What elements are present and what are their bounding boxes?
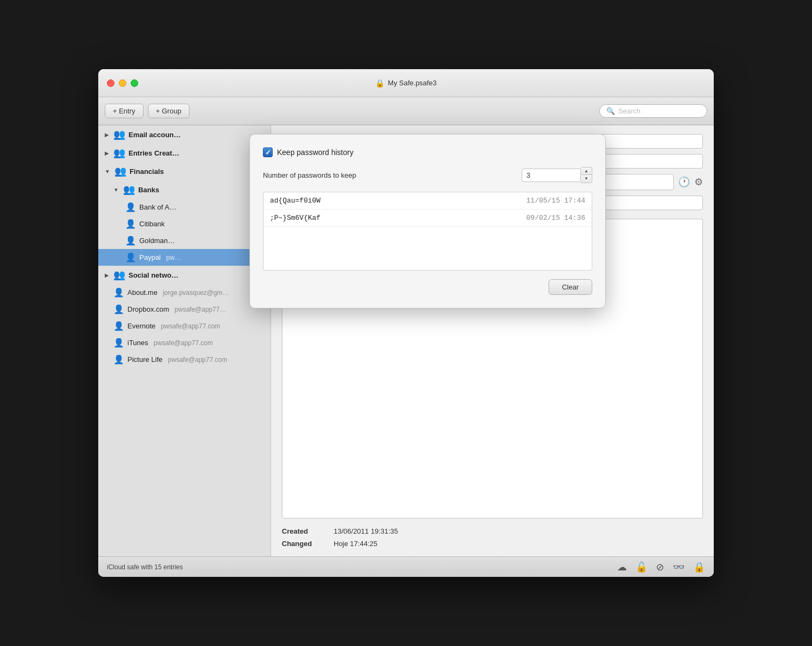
dialog-title: Keep password history [277,148,354,157]
history-row[interactable]: ad{Qau=f0i0W 11/05/15 17:44 [263,192,592,210]
clear-button[interactable]: Clear [549,279,592,295]
keep-history-checkbox-wrapper[interactable]: ✓ Keep password history [263,147,354,157]
stepper-up[interactable]: ▲ [581,167,592,175]
history-empty-space [263,227,592,270]
history-password-1: ad{Qau=f0i0W [270,197,321,205]
history-table: ad{Qau=f0i0W 11/05/15 17:44 ;P~}Sm6V{Kaf… [263,192,592,271]
count-label: Number of passwords to keep [263,171,356,179]
dialog-header: ✓ Keep password history [263,147,592,157]
dialog-footer: Clear [263,279,592,295]
modal-overlay: ✓ Keep password history Number of passwo… [98,69,714,577]
history-date-2: 09/02/15 14:36 [526,214,585,222]
main-window: 🔒 My Safe.psafe3 + Entry + Group 🔍 Searc… [98,69,714,577]
stepper-down[interactable]: ▼ [581,175,592,183]
dialog-count-row: Number of passwords to keep ▲ ▼ [263,167,592,183]
history-row[interactable]: ;P~}Sm6V{Kaf 09/02/15 14:36 [263,210,592,227]
keep-history-checkbox[interactable]: ✓ [263,147,273,157]
history-password-2: ;P~}Sm6V{Kaf [270,214,321,222]
count-input-wrapper: ▲ ▼ [522,167,592,183]
history-date-1: 11/05/15 17:44 [526,197,585,205]
stepper: ▲ ▼ [581,167,592,183]
password-history-dialog: ✓ Keep password history Number of passwo… [249,134,606,308]
count-input[interactable] [522,169,581,182]
